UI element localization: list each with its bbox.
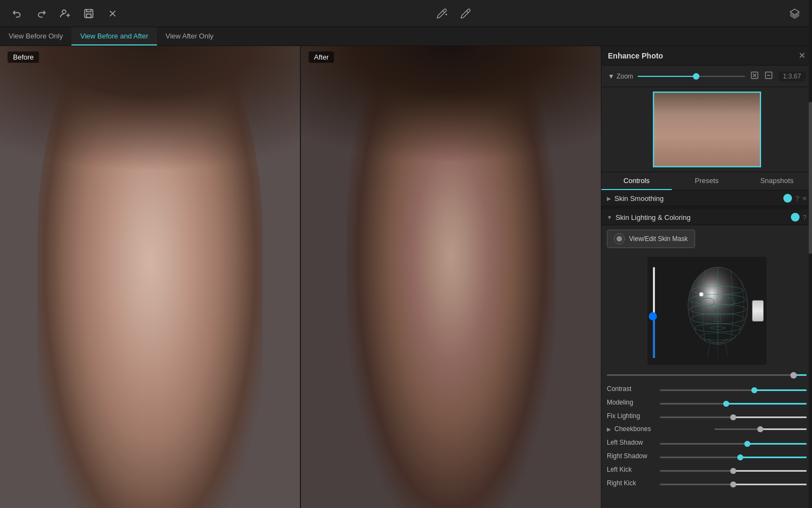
right-shadow-slider[interactable]: [660, 457, 807, 458]
skin-lighting-help[interactable]: ?: [803, 213, 807, 222]
modeling-slider[interactable]: [660, 403, 807, 405]
svg-line-7: [443, 11, 444, 12]
left-kick-slider[interactable]: [660, 470, 807, 472]
tab-view-before-only[interactable]: View Before Only: [0, 27, 71, 45]
view-tabs: View Before Only View Before and After V…: [0, 27, 812, 46]
modeling-label: Modeling: [607, 399, 656, 406]
svg-line-27: [708, 343, 710, 357]
skin-smoothing-title: Skin Smoothing: [614, 194, 780, 203]
bottom-slider-wrap: [601, 369, 812, 382]
svg-point-0: [62, 10, 66, 14]
tab-view-before-after[interactable]: View Before and After: [71, 27, 157, 45]
svg-line-29: [725, 343, 728, 357]
head-3d-container: [647, 257, 767, 365]
left-kick-slider-wrap: [660, 465, 807, 473]
skin-lighting-chevron: ▼: [607, 214, 612, 220]
after-label: After: [309, 51, 334, 63]
tab-snapshots[interactable]: Snapshots: [742, 172, 812, 190]
right-kick-slider[interactable]: [660, 484, 807, 485]
add-person-button[interactable]: [56, 5, 74, 22]
undo-button[interactable]: [9, 5, 26, 22]
save-button[interactable]: [80, 5, 97, 22]
light-color-swatch[interactable]: [752, 300, 764, 322]
scrollbar-track[interactable]: [809, 46, 812, 508]
pen-remove-button[interactable]: [457, 5, 474, 22]
zoom-actual-button[interactable]: [763, 70, 774, 82]
contrast-slider[interactable]: [660, 389, 807, 391]
view-edit-skin-mask-button[interactable]: View/Edit Skin Mask: [607, 230, 695, 248]
zoom-label: Zoom: [617, 73, 633, 80]
head-3d-section: [601, 252, 812, 369]
enhance-title: Enhance Photo: [608, 51, 663, 60]
right-shadow-slider-wrap: [660, 452, 807, 460]
tab-presets[interactable]: Presets: [672, 172, 742, 190]
right-kick-row: Right Kick: [601, 476, 812, 490]
scrollbar-thumb[interactable]: [809, 102, 812, 254]
svg-marker-11: [790, 9, 800, 15]
cheekbones-slider[interactable]: [715, 428, 807, 430]
before-label: Before: [8, 51, 39, 63]
zoom-icons: [749, 70, 774, 82]
svg-line-10: [467, 11, 468, 12]
left-shadow-label: Left Shadow: [607, 439, 656, 446]
left-kick-row: Left Kick: [601, 463, 812, 476]
svg-rect-4: [87, 14, 91, 17]
skin-lighting-title: Skin Lighting & Coloring: [615, 213, 788, 222]
zoom-fit-button[interactable]: [749, 70, 760, 82]
enhance-close-button[interactable]: ✕: [798, 50, 806, 61]
contrast-label: Contrast: [607, 385, 656, 393]
left-shadow-slider[interactable]: [660, 443, 807, 445]
toolbar: [0, 0, 812, 27]
fix-lighting-row: Fix Lighting: [601, 409, 812, 422]
close-button[interactable]: [104, 5, 121, 22]
skin-smoothing-chevron: ▶: [607, 196, 611, 201]
skin-smoothing-power[interactable]: [783, 194, 792, 203]
mask-icon: [614, 233, 625, 244]
cheekbones-header[interactable]: ▶ Cheekbones: [601, 422, 812, 435]
left-kick-label: Left Kick: [607, 466, 656, 473]
after-image: [301, 46, 601, 508]
skin-lighting-section-header[interactable]: ▼ Skin Lighting & Coloring ?: [601, 210, 812, 225]
zoom-toggle[interactable]: ▼ Zoom: [608, 73, 633, 80]
enhance-header: Enhance Photo ✕: [601, 46, 812, 66]
after-panel: After: [300, 46, 601, 508]
tab-controls[interactable]: Controls: [601, 172, 672, 190]
contrast-slider-wrap: [660, 385, 807, 393]
before-image: [0, 46, 300, 508]
right-kick-label: Right Kick: [607, 479, 656, 487]
skin-smoothing-help[interactable]: ?: [795, 194, 799, 203]
modeling-slider-wrap: [660, 398, 807, 406]
before-panel: Before: [0, 46, 300, 508]
skin-mask-label: View/Edit Skin Mask: [629, 235, 688, 243]
head-3d-wireframe: [675, 259, 761, 362]
left-shadow-row: Left Shadow: [601, 435, 812, 449]
pen-add-button[interactable]: [433, 5, 450, 22]
zoom-chevron: ▼: [608, 73, 614, 80]
cheekbones-title: Cheekbones: [614, 425, 707, 433]
lighting-vertical-slider[interactable]: [653, 266, 655, 359]
skin-smoothing-scroll[interactable]: ≡: [802, 194, 807, 203]
zoom-slider[interactable]: [638, 76, 745, 77]
image-area: Before After: [0, 46, 601, 508]
right-kick-slider-wrap: [660, 479, 807, 487]
bottom-lighting-slider[interactable]: [607, 374, 807, 376]
modeling-row: Modeling: [601, 395, 812, 409]
thumbnail-overlay: [654, 93, 760, 166]
skin-smoothing-section-header[interactable]: ▶ Skin Smoothing ? ≡: [601, 191, 812, 206]
scroll-padding: [601, 490, 812, 508]
skin-lighting-power[interactable]: [791, 213, 800, 222]
right-shadow-row: Right Shadow: [601, 449, 812, 463]
redo-button[interactable]: [32, 5, 50, 22]
fix-lighting-slider[interactable]: [660, 416, 807, 418]
zoom-slider-container: [638, 76, 745, 77]
left-shadow-slider-wrap: [660, 438, 807, 446]
layers-button[interactable]: [786, 5, 803, 22]
panel-tabs: Controls Presets Snapshots: [601, 172, 812, 191]
cheekbones-chevron: ▶: [607, 426, 611, 432]
thumbnail-container[interactable]: [653, 92, 761, 167]
svg-point-30: [699, 292, 703, 297]
tab-view-after-only[interactable]: View After Only: [157, 27, 222, 45]
zoom-value: 1:3.67: [778, 71, 806, 81]
fix-lighting-slider-wrap: [660, 412, 807, 420]
thumbnail-section: [601, 87, 812, 172]
